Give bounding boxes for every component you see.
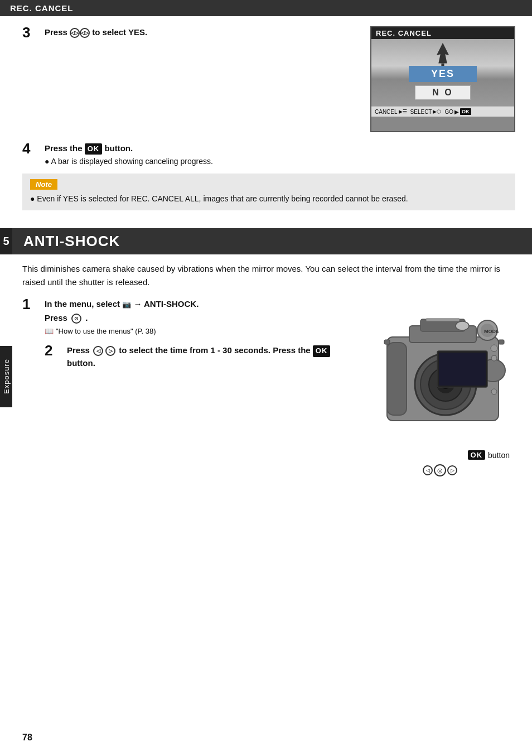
rec-cancel-section: 3 Press ◁▷◁▷ to select YES. REC. CANCEL [0, 16, 532, 228]
note-title: Note [30, 179, 57, 190]
screen-yes-button: YES [409, 66, 477, 82]
rec-cancel-screen: REC. CANCEL YES N O CANCEL ▶☰ SELECT [370, 26, 515, 132]
step4-sub: ● A bar is displayed showing canceling p… [45, 157, 515, 166]
step2-instruction: Press ◁▷ to select the time from 1 - 30 … [67, 344, 359, 368]
dial-left-icon: ◁ [423, 465, 433, 475]
antishock-steps: 1 In the menu, select 📷 → ANTI-SHOCK. Pr… [0, 295, 532, 464]
svg-rect-21 [384, 340, 390, 344]
svg-point-13 [456, 321, 469, 330]
step4-text1: Press the [45, 143, 83, 153]
footer-cancel-label: CANCEL [375, 109, 398, 115]
step3-row: 3 Press ◁▷◁▷ to select YES. REC. CANCEL [22, 26, 515, 132]
step3-instruction: Press ◁▷◁▷ to select YES. [45, 26, 365, 38]
step1-text-block: In the menu, select 📷 → ANTI-SHOCK. Pres… [45, 298, 359, 376]
step3-number: 3 [22, 25, 40, 40]
svg-rect-17 [439, 353, 486, 386]
note-text: ● Even if YES is selected for REC. CANCE… [30, 193, 507, 205]
camera-image: MODE OK [365, 298, 515, 454]
step2-ok-badge: OK [313, 345, 331, 357]
step3-dial-right: ◁▷ [80, 28, 90, 38]
chapter-number: 5 [0, 228, 12, 254]
step4-content: Press the OK button. ● A bar is displaye… [45, 142, 515, 166]
page-header: REC. CANCEL [0, 0, 532, 16]
antishock-header-row: 5 ANTI-SHOCK [0, 228, 532, 254]
ok-button-text: button [488, 451, 510, 460]
footer-ok-badge: OK [460, 108, 471, 115]
header-title: REC. CANCEL [10, 3, 74, 13]
antishock-title: ANTI-SHOCK [12, 228, 532, 254]
step1-circle-icon: ⊙ [71, 314, 81, 324]
ok-label-badge: OK [468, 450, 486, 460]
svg-rect-15 [387, 343, 407, 415]
svg-point-19 [491, 355, 497, 361]
step1-instruction: In the menu, select 📷 → ANTI-SHOCK. [45, 298, 359, 310]
step3-text-block: Press ◁▷◁▷ to select YES. [45, 26, 365, 38]
step1-number: 1 [22, 297, 40, 311]
step1-ref: 📖 "How to use the menus" (P. 38) [45, 327, 359, 335]
screen-footer: CANCEL ▶☰ SELECT ▶⬡ GO ▶OK [371, 106, 514, 117]
footer-select: SELECT ▶⬡ [410, 109, 442, 115]
step2-number: 2 [45, 343, 62, 358]
camera-icon: 📷 [122, 300, 131, 309]
step4-text2: button. [104, 143, 133, 153]
svg-rect-23 [426, 319, 460, 321]
step4-instruction: Press the OK button. [45, 142, 515, 155]
antishock-step1: 1 In the menu, select 📷 → ANTI-SHOCK. Pr… [22, 298, 359, 376]
step2-text-block: Press ◁▷ to select the time from 1 - 30 … [67, 344, 359, 368]
step2-dial-l: ◁ [93, 346, 103, 356]
antishock-step1-row: 1 In the menu, select 📷 → ANTI-SHOCK. Pr… [22, 298, 515, 454]
antishock-step1-content: 1 In the menu, select 📷 → ANTI-SHOCK. Pr… [22, 298, 359, 384]
step3: 3 Press ◁▷◁▷ to select YES. [22, 26, 365, 40]
svg-text:MODE: MODE [484, 329, 499, 334]
dial-right-icon: ▷ [447, 465, 457, 475]
step1-menu-item: ANTI-SHOCK. [144, 299, 199, 309]
book-icon: 📖 [45, 327, 54, 335]
step3-press: Press [45, 27, 67, 37]
note-box: Note ● Even if YES is selected for REC. … [22, 174, 515, 210]
svg-point-18 [491, 345, 497, 351]
svg-rect-22 [499, 340, 504, 344]
camera-svg: MODE [365, 298, 521, 454]
chapter-label: Exposure [0, 346, 12, 407]
step3-text2: to select YES. [92, 27, 147, 37]
step1-press: Press ⊙ . [45, 312, 359, 324]
svg-point-20 [491, 389, 497, 394]
svg-marker-0 [437, 43, 449, 64]
footer-cancel: CANCEL ▶☰ [375, 109, 407, 115]
dial-symbols-row: ◁ ◎ ▷ [365, 464, 515, 476]
screen-no-button: N O [415, 85, 470, 100]
antishock-intro: This diminishes camera shake caused by v… [0, 254, 532, 295]
footer-go: GO ▶OK [444, 108, 471, 115]
footer-select-label: SELECT [410, 109, 432, 115]
step4: 4 Press the OK button. ● A bar is displa… [22, 142, 515, 166]
antishock-step2: 2 Press ◁▷ to select the time from 1 - 3… [45, 344, 359, 368]
page-number: 78 [22, 733, 32, 743]
step3-content: 3 Press ◁▷◁▷ to select YES. [22, 26, 365, 47]
ok-button-badge: OK [85, 143, 103, 155]
screen-bg: YES N O [371, 39, 514, 106]
step4-number: 4 [22, 141, 40, 156]
step2-dial-r: ▷ [105, 346, 115, 356]
step3-dial-left: ◁▷ [70, 28, 80, 38]
dial-center-icon: ◎ [434, 464, 446, 476]
screen-title: REC. CANCEL [371, 27, 514, 39]
footer-go-label: GO [444, 109, 453, 115]
